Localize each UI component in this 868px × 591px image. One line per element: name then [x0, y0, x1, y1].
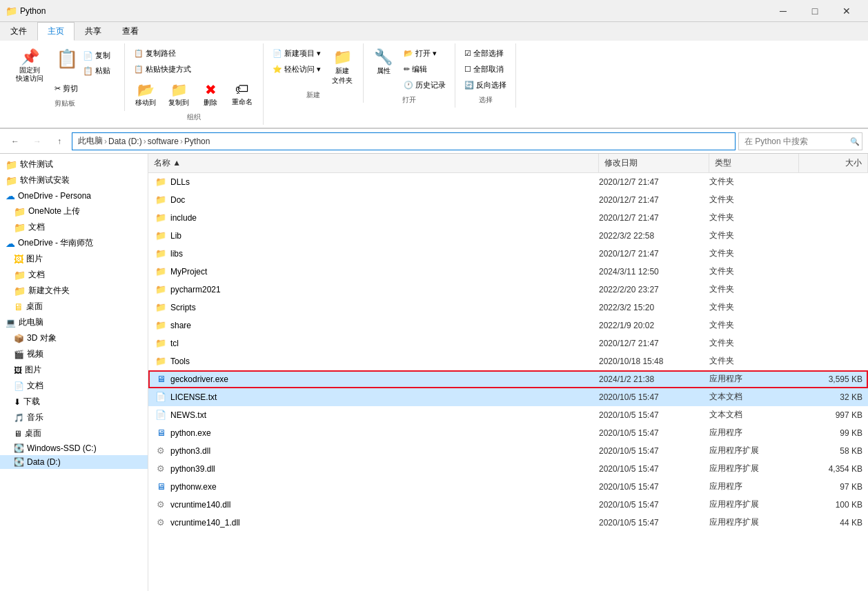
- address-path[interactable]: 此电脑 › Data (D:) › software › Python: [72, 132, 736, 150]
- file-name: geckodriver.exe: [168, 374, 599, 384]
- sidebar-item-downloads[interactable]: ⬇ 下载: [0, 394, 148, 410]
- tab-view[interactable]: 查看: [112, 22, 149, 41]
- sidebar-item-docs1[interactable]: 📁 文档: [0, 219, 148, 235]
- file-row[interactable]: 🖥pythonw.exe2020/10/5 15:47应用程序97 KB: [148, 478, 868, 496]
- minimize-button[interactable]: ─: [767, 0, 799, 22]
- delete-button[interactable]: ✖ 删除: [197, 79, 224, 110]
- sidebar-item-this-pc[interactable]: 💻 此电脑: [0, 314, 148, 330]
- copy-path-button[interactable]: 📋 复制路径: [130, 46, 179, 61]
- tab-home[interactable]: 主页: [37, 22, 75, 41]
- header-size[interactable]: 大小: [799, 154, 868, 172]
- pin-to-quickaccess-button[interactable]: 📌 固定到快速访问: [11, 46, 48, 85]
- sidebar-item-onenote[interactable]: 📁 OneNote 上传: [0, 203, 148, 219]
- file-row[interactable]: ⚙vcruntime140_1.dll2020/10/5 15:47应用程序扩展…: [148, 514, 868, 532]
- file-row[interactable]: 🖥python.exe2020/10/5 15:47应用程序99 KB: [148, 424, 868, 442]
- sidebar-item-docs3[interactable]: 📄 文档: [0, 378, 148, 394]
- file-icon: 📁: [154, 338, 168, 348]
- sidebar-item-software-test[interactable]: 📁 软件测试: [0, 157, 148, 172]
- file-row[interactable]: 🖥geckodriver.exe2024/1/2 21:38应用程序3,595 …: [148, 370, 868, 388]
- sidebar-item-onedrive-personal[interactable]: ☁ OneDrive - Persona: [0, 188, 148, 203]
- cut-button[interactable]: ✂ 剪切: [51, 81, 119, 96]
- sidebar-item-drive-c[interactable]: 💽 Windows-SSD (C:): [0, 441, 148, 455]
- file-row[interactable]: 📁Tools2020/10/18 15:48文件夹: [148, 352, 868, 370]
- forward-button[interactable]: →: [28, 132, 47, 150]
- paste-shortcut-button[interactable]: 📋 粘贴快捷方式: [130, 62, 195, 77]
- file-row[interactable]: 📁tcl2020/12/7 21:47文件夹: [148, 334, 868, 352]
- copy-to-button[interactable]: 📁 复制到: [164, 79, 194, 110]
- sidebar-item-pictures1[interactable]: 🖼 图片: [0, 251, 148, 267]
- paste-btn-small[interactable]: 📋 粘贴: [79, 63, 114, 78]
- file-row[interactable]: 📁pycharm20212022/2/20 23:27文件夹: [148, 281, 868, 299]
- header-name[interactable]: 名称 ▲: [148, 154, 599, 172]
- sidebar-item-software-install[interactable]: 📁 软件测试安装: [0, 172, 148, 188]
- sidebar-item-3d[interactable]: 📦 3D 对象: [0, 330, 148, 346]
- sidebar-item-docs2[interactable]: 📁 文档: [0, 267, 148, 283]
- file-row[interactable]: 📁MyProject2024/3/11 12:50文件夹: [148, 263, 868, 281]
- maximize-button[interactable]: □: [799, 0, 831, 22]
- file-row[interactable]: 📄LICENSE.txt2020/10/5 15:47文本文档32 KB: [148, 388, 868, 406]
- sidebar-item-video[interactable]: 🎬 视频: [0, 346, 148, 362]
- file-size: 97 KB: [799, 482, 868, 492]
- easy-access-button[interactable]: ⭐ 轻松访问 ▾: [269, 62, 324, 77]
- sidebar-item-desktop1[interactable]: 🖥 桌面: [0, 299, 148, 314]
- properties-button[interactable]: 🔧 属性: [369, 46, 397, 78]
- file-name: tcl: [168, 339, 599, 348]
- tab-share[interactable]: 共享: [75, 22, 112, 41]
- sidebar-item-drive-d[interactable]: 💽 Data (D:): [0, 455, 148, 469]
- file-icon: 📁: [154, 302, 168, 312]
- sidebar-label: 软件测试安装: [20, 174, 70, 186]
- file-row[interactable]: 📄NEWS.txt2020/10/5 15:47文本文档997 KB: [148, 406, 868, 424]
- sidebar-item-new-folder[interactable]: 📁 新建文件夹: [0, 283, 148, 299]
- copy-button[interactable]: 📋 📄 复制 📋 粘贴: [51, 46, 119, 80]
- properties-icon: 🔧: [374, 48, 393, 66]
- file-name: DLLs: [168, 177, 599, 187]
- close-button[interactable]: ✕: [831, 0, 862, 22]
- folder-icon: 🖥: [14, 301, 23, 312]
- search-input[interactable]: [738, 132, 862, 150]
- file-row[interactable]: 📁Lib2022/3/2 22:58文件夹: [148, 227, 868, 245]
- sidebar-label: 图片: [26, 253, 43, 265]
- file-icon: 🖥: [154, 428, 168, 438]
- copy-label: 复制: [95, 50, 110, 61]
- tab-file[interactable]: 文件: [0, 22, 37, 41]
- file-row[interactable]: 📁Doc2020/12/7 21:47文件夹: [148, 191, 868, 209]
- file-row[interactable]: ⚙python3.dll2020/10/5 15:47应用程序扩展58 KB: [148, 442, 868, 460]
- ribbon-group-open: 🔧 属性 📂 打开 ▾ ✏ 编辑 🕐 历史记录: [364, 43, 455, 108]
- new-item-button[interactable]: 📄 新建项目 ▾: [269, 46, 324, 61]
- history-label: 历史记录: [415, 80, 446, 90]
- file-row[interactable]: ⚙python39.dll2020/10/5 15:47应用程序扩展4,354 …: [148, 460, 868, 478]
- new-folder-button[interactable]: 📁 新建文件夹: [327, 46, 357, 88]
- ribbon-group-new: 📄 新建项目 ▾ ⭐ 轻松访问 ▾ 📁 新建文件夹 新建: [264, 43, 364, 103]
- file-type: 文件夹: [709, 230, 799, 241]
- move-to-button[interactable]: 📂 移动到: [130, 79, 161, 110]
- header-type[interactable]: 类型: [709, 154, 799, 172]
- sidebar-item-onedrive-scnu[interactable]: ☁ OneDrive - 华南师范: [0, 235, 148, 251]
- invert-selection-button[interactable]: 🔄 反向选择: [461, 78, 510, 92]
- file-row[interactable]: 📁Scripts2022/3/2 15:20文件夹: [148, 299, 868, 317]
- select-none-button[interactable]: ☐ 全部取消: [461, 62, 507, 77]
- up-button[interactable]: ↑: [50, 132, 69, 150]
- file-row[interactable]: ⚙vcruntime140.dll2020/10/5 15:47应用程序扩展10…: [148, 496, 868, 514]
- history-icon: 🕐: [404, 81, 413, 90]
- file-row[interactable]: 📁DLLs2020/12/7 21:47文件夹: [148, 173, 868, 191]
- file-row[interactable]: 📁libs2020/12/7 21:47文件夹: [148, 245, 868, 263]
- sidebar-label: 此电脑: [19, 317, 43, 328]
- file-row[interactable]: 📁include2020/12/7 21:47文件夹: [148, 209, 868, 227]
- edit-button[interactable]: ✏ 编辑: [400, 62, 449, 77]
- back-button[interactable]: ←: [6, 132, 25, 150]
- sidebar-label: 新建文件夹: [28, 285, 70, 297]
- file-row[interactable]: 📁share2022/1/9 20:02文件夹: [148, 317, 868, 334]
- file-list-container: 名称 ▲ 修改日期 类型 大小 📁DLLs2020/12/7 21:47文件夹📁…: [148, 154, 868, 591]
- copy-btn-small[interactable]: 📄 复制: [79, 48, 114, 63]
- sidebar-item-music[interactable]: 🎵 音乐: [0, 410, 148, 425]
- open-label: 打开: [402, 92, 416, 105]
- header-date[interactable]: 修改日期: [599, 154, 709, 172]
- sidebar-item-desktop2[interactable]: 🖥 桌面: [0, 425, 148, 441]
- history-button[interactable]: 🕐 历史记录: [400, 78, 449, 92]
- file-size: 44 KB: [799, 518, 868, 528]
- sidebar-item-pictures2[interactable]: 🖼 图片: [0, 362, 148, 378]
- open-col: 📂 打开 ▾ ✏ 编辑 🕐 历史记录: [400, 46, 449, 92]
- rename-button[interactable]: 🏷 重命名: [227, 79, 257, 110]
- open-button[interactable]: 📂 打开 ▾: [400, 46, 449, 61]
- select-all-button[interactable]: ☑ 全部选择: [461, 46, 507, 61]
